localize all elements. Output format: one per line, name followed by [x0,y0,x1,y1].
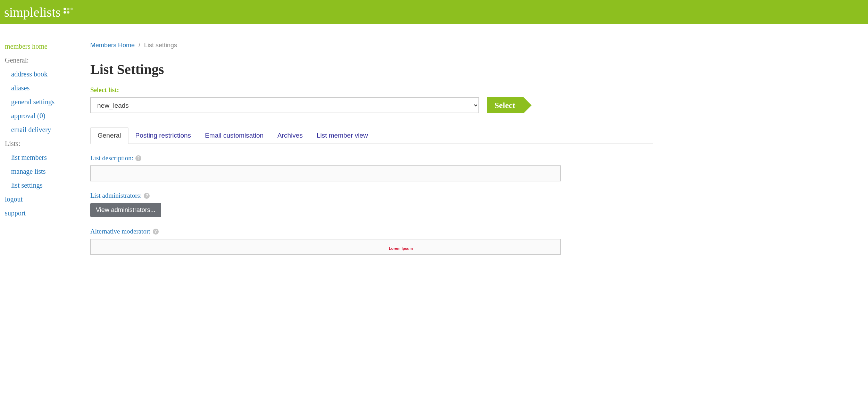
select-list-label: Select list: [90,86,653,94]
breadcrumb-separator: / [139,42,140,49]
sidebar-logout[interactable]: logout [5,195,90,204]
help-icon[interactable]: ? [144,193,150,199]
list-description-label-text: List description: [90,154,133,162]
help-icon[interactable]: ? [135,155,141,161]
select-list-row: new_leads Select [90,97,653,113]
sidebar-item-manage-lists[interactable]: manage lists [11,167,90,176]
page-title: List Settings [90,61,653,77]
sidebar-item-list-members[interactable]: list members [11,153,90,162]
sidebar-item-aliases[interactable]: aliases [11,83,90,92]
sidebar-section-general: General: [5,56,90,65]
tab-general[interactable]: General [90,127,128,144]
tab-list-member-view[interactable]: List member view [310,127,375,144]
brand-text: simplelists [4,5,61,20]
list-description-input[interactable] [90,165,561,181]
logo-dots-icon [64,8,77,17]
alternative-moderator-input[interactable] [90,239,561,255]
select-button[interactable]: Select [487,97,524,113]
tab-archives[interactable]: Archives [270,127,310,144]
sidebar-members-home[interactable]: members home [5,42,90,51]
breadcrumb-home[interactable]: Members Home [90,42,135,49]
tabs: General Posting restrictions Email custo… [90,127,653,144]
view-administrators-button[interactable]: View administrators... [90,203,161,217]
sidebar-item-general-settings[interactable]: general settings [11,97,90,106]
sidebar-section-lists: Lists: [5,139,90,148]
sidebar-item-approval[interactable]: approval (0) [11,111,90,120]
breadcrumb: Members Home / List settings [90,42,653,49]
tab-email-customisation[interactable]: Email customisation [198,127,270,144]
tab-posting-restrictions[interactable]: Posting restrictions [128,127,198,144]
header: simplelists [0,0,868,24]
sidebar: members home General: address book alias… [0,42,90,265]
sidebar-item-email-delivery[interactable]: email delivery [11,125,90,134]
alternative-moderator-label: Alternative moderator: ? [90,228,653,235]
main-content: Members Home / List settings List Settin… [90,42,674,265]
list-administrators-label-text: List administrators: [90,192,142,199]
list-description-label: List description: ? [90,154,653,162]
help-icon[interactable]: ? [153,229,159,235]
sidebar-item-address-book[interactable]: address book [11,69,90,79]
sidebar-support[interactable]: support [5,208,90,218]
sidebar-item-list-settings[interactable]: list settings [11,181,90,190]
list-select[interactable]: new_leads [90,97,479,113]
logo: simplelists [4,5,77,20]
breadcrumb-current: List settings [144,42,177,49]
alternative-moderator-label-text: Alternative moderator: [90,228,151,235]
list-administrators-label: List administrators: ? [90,192,653,199]
